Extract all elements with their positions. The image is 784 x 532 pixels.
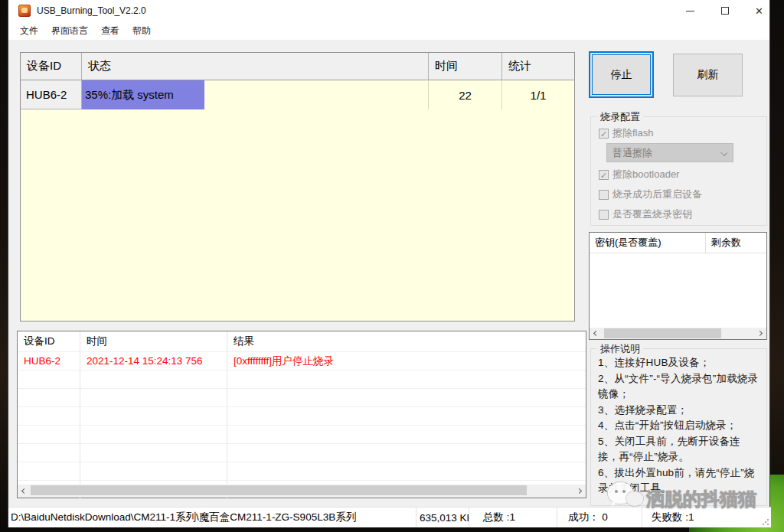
log-time-header: 时间 bbox=[80, 331, 227, 351]
log-table-hscrollbar[interactable] bbox=[18, 485, 586, 498]
log-result-header: 结果 bbox=[227, 331, 584, 351]
checkbox-icon[interactable] bbox=[599, 190, 609, 200]
time-header: 时间 bbox=[429, 53, 502, 80]
key-table-header: 密钥(是否覆盖) 剩余数 bbox=[590, 233, 766, 253]
overwrite-key-option[interactable]: 是否覆盖烧录密钥 bbox=[599, 207, 692, 221]
log-row-empty bbox=[18, 370, 586, 388]
instruction-step: 3、选择烧录配置； bbox=[598, 403, 761, 419]
close-icon: ✕ bbox=[755, 6, 763, 16]
burn-config-title: 烧录配置 bbox=[597, 110, 643, 124]
log-table: 设备ID 时间 结果 HUB6-2 2021-12-14 15:24:13 75… bbox=[17, 331, 586, 498]
key-header: 密钥(是否覆盖) bbox=[590, 233, 706, 253]
device-row[interactable]: HUB6-2 35%:加载 system 22 1/1 bbox=[21, 80, 574, 109]
log-device-id-header: 设备ID bbox=[18, 331, 80, 351]
scroll-left-arrow-icon[interactable] bbox=[590, 328, 601, 339]
checkbox-icon[interactable]: ✓ bbox=[599, 129, 609, 139]
log-time-cell: 2021-12-14 15:24:13 756 bbox=[80, 352, 227, 370]
maximize-icon bbox=[721, 7, 729, 15]
refresh-button[interactable]: 刷新 bbox=[673, 54, 743, 96]
overwrite-key-label: 是否覆盖烧录密钥 bbox=[612, 207, 692, 221]
menu-bar: 文件 界面语言 查看 帮助 bbox=[8, 21, 769, 40]
status-image-size: 635,013 KB bbox=[416, 508, 469, 527]
log-row-empty bbox=[18, 425, 586, 443]
instructions-body: 1、连接好HUB及设备； 2、从“文件”-“导入烧录包”加载烧录镜像； 3、选择… bbox=[598, 355, 761, 497]
erase-mode-select[interactable]: 普通擦除 bbox=[606, 143, 733, 162]
stats-cell: 1/1 bbox=[502, 80, 574, 109]
reboot-after-success-label: 烧录成功后重启设备 bbox=[612, 188, 702, 201]
instruction-step: 5、关闭工具前，先断开设备连接，再“停止”烧录。 bbox=[598, 434, 761, 465]
time-cell: 22 bbox=[429, 80, 502, 109]
maximize-button[interactable] bbox=[707, 0, 742, 21]
checkbox-icon[interactable] bbox=[599, 210, 609, 220]
scrollbar-thumb[interactable] bbox=[31, 485, 527, 495]
checkbox-icon[interactable]: ✓ bbox=[599, 170, 609, 180]
instruction-step: 6、拔出外置hub前，请先“停止”烧录并关闭工具。 bbox=[598, 465, 761, 497]
log-row-empty bbox=[18, 388, 586, 406]
status-bar: D:\BaiduNetdiskDownload\CM211-1系列\魔百盒CM2… bbox=[8, 507, 771, 527]
app-window: USB_Burning_Tool_V2.2.0 ✕ 文件 界面语言 查看 帮助 … bbox=[8, 0, 770, 527]
log-result-cell: [0xffffffff]用户停止烧录 bbox=[227, 352, 584, 370]
instruction-step: 1、连接好HUB及设备； bbox=[598, 355, 761, 371]
chevron-down-icon bbox=[720, 149, 727, 156]
status-cell: 35%:加载 system bbox=[82, 80, 429, 109]
log-row-empty bbox=[18, 443, 586, 462]
key-table: 密钥(是否覆盖) 剩余数 bbox=[589, 232, 767, 340]
log-row-empty bbox=[18, 406, 586, 425]
menu-view[interactable]: 查看 bbox=[101, 24, 119, 38]
scroll-right-arrow-icon[interactable] bbox=[574, 485, 586, 497]
app-icon bbox=[18, 5, 31, 17]
menu-file[interactable]: 文件 bbox=[20, 24, 38, 38]
status-total-count: 总数 :1 bbox=[469, 508, 557, 527]
device-table: 设备ID 状态 时间 统计 HUB6-2 35%:加载 system 22 1/… bbox=[20, 52, 575, 321]
erase-flash-option[interactable]: ✓ 擦除flash bbox=[599, 126, 653, 140]
instruction-step: 4、点击“开始”按钮启动烧录； bbox=[598, 418, 761, 434]
log-device-id-cell: HUB6-2 bbox=[18, 352, 80, 370]
minimize-icon bbox=[686, 11, 694, 11]
status-success-count: 成功： 0 bbox=[557, 508, 642, 527]
status-header: 状态 bbox=[82, 53, 429, 80]
stats-header: 统计 bbox=[502, 53, 574, 80]
minimize-button[interactable] bbox=[673, 0, 707, 21]
status-failed-count: 失败数 :1 bbox=[642, 508, 771, 527]
scroll-right-arrow-icon[interactable] bbox=[755, 328, 766, 339]
menu-help[interactable]: 帮助 bbox=[132, 24, 151, 38]
burn-config-group: 烧录配置 ✓ 擦除flash 普通擦除 ✓ 擦除bootloader 烧录成功后… bbox=[590, 116, 767, 226]
instructions-title: 操作说明 bbox=[597, 342, 643, 356]
status-image-path: D:\BaiduNetdiskDownload\CM211-1系列\魔百盒CM2… bbox=[8, 508, 416, 527]
log-table-header: 设备ID 时间 结果 bbox=[18, 331, 586, 351]
menu-language[interactable]: 界面语言 bbox=[51, 24, 88, 38]
stop-button[interactable]: 停止 bbox=[589, 51, 654, 98]
device-id-header: 设备ID bbox=[21, 53, 82, 80]
key-table-hscrollbar[interactable] bbox=[590, 328, 766, 339]
log-row[interactable]: HUB6-2 2021-12-14 15:24:13 756 [0xffffff… bbox=[18, 351, 586, 370]
window-title: USB_Burning_Tool_V2.2.0 bbox=[37, 5, 146, 16]
progress-label: 35%:加载 system bbox=[85, 80, 174, 109]
log-row-empty bbox=[18, 462, 586, 480]
resize-grip[interactable] bbox=[763, 519, 769, 525]
device-id-cell: HUB6-2 bbox=[21, 80, 82, 109]
reboot-after-success-option[interactable]: 烧录成功后重启设备 bbox=[599, 188, 702, 201]
erase-mode-value: 普通擦除 bbox=[612, 146, 652, 160]
instructions-group: 操作说明 1、连接好HUB及设备； 2、从“文件”-“导入烧录包”加载烧录镜像；… bbox=[590, 348, 767, 506]
erase-flash-label: 擦除flash bbox=[612, 126, 653, 140]
instruction-step: 2、从“文件”-“导入烧录包”加载烧录镜像； bbox=[598, 371, 761, 403]
title-bar: USB_Burning_Tool_V2.2.0 ✕ bbox=[8, 0, 769, 21]
scroll-left-arrow-icon[interactable] bbox=[18, 485, 29, 497]
close-button[interactable]: ✕ bbox=[742, 0, 776, 21]
device-table-header: 设备ID 状态 时间 统计 bbox=[21, 53, 574, 80]
erase-bootloader-option[interactable]: ✓ 擦除bootloader bbox=[599, 168, 679, 181]
remaining-header: 剩余数 bbox=[706, 233, 766, 253]
scrollbar-thumb[interactable] bbox=[604, 328, 721, 338]
erase-bootloader-label: 擦除bootloader bbox=[612, 168, 679, 181]
